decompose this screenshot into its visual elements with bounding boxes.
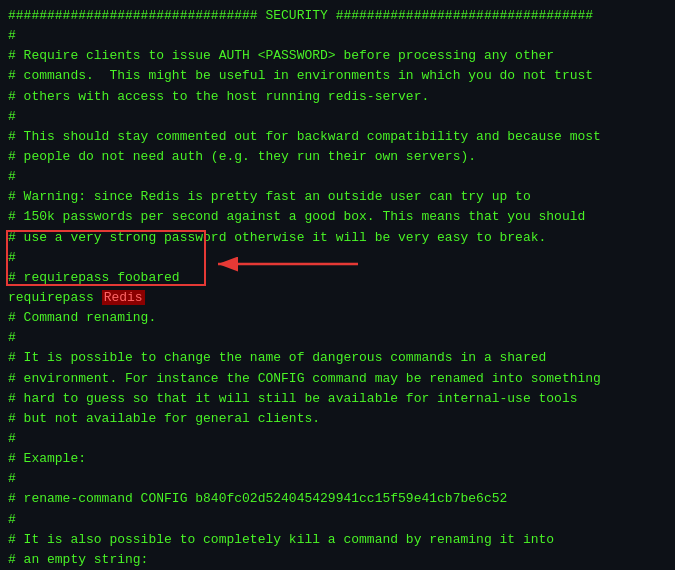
line-3: # Require clients to issue AUTH <PASSWOR… <box>8 46 667 66</box>
terminal: ################################ SECURIT… <box>0 0 675 570</box>
line-19: # environment. For instance the CONFIG c… <box>8 369 667 389</box>
line-17: # <box>8 328 667 348</box>
line-21: # but not available for general clients. <box>8 409 667 429</box>
line-20: # hard to guess so that it will still be… <box>8 389 667 409</box>
line-11: # 150k passwords per second against a go… <box>8 207 667 227</box>
line-24: # <box>8 469 667 489</box>
line-22: # <box>8 429 667 449</box>
line-1: ################################ SECURIT… <box>8 6 667 26</box>
line-25: # rename-command CONFIG b840fc02d5240454… <box>8 489 667 509</box>
line-27: # It is also possible to completely kill… <box>8 530 667 550</box>
line-6: # <box>8 107 667 127</box>
line-8: # people do not need auth (e.g. they run… <box>8 147 667 167</box>
line-12: # use a very strong password otherwise i… <box>8 228 667 248</box>
line-7: # This should stay commented out for bac… <box>8 127 667 147</box>
line-4: # commands. This might be useful in envi… <box>8 66 667 86</box>
line-14: # requirepass foobared <box>8 268 667 288</box>
line-9: # <box>8 167 667 187</box>
line-13: # <box>8 248 667 268</box>
line-10: # Warning: since Redis is pretty fast an… <box>8 187 667 207</box>
line-15-requirepass: requirepass Redis <box>8 288 667 308</box>
line-2: # <box>8 26 667 46</box>
line-26: # <box>8 510 667 530</box>
line-23: # Example: <box>8 449 667 469</box>
line-18: # It is possible to change the name of d… <box>8 348 667 368</box>
password-value: Redis <box>102 290 145 305</box>
line-5: # others with access to the host running… <box>8 87 667 107</box>
line-16: # Command renaming. <box>8 308 667 328</box>
line-28: # an empty string: <box>8 550 667 570</box>
